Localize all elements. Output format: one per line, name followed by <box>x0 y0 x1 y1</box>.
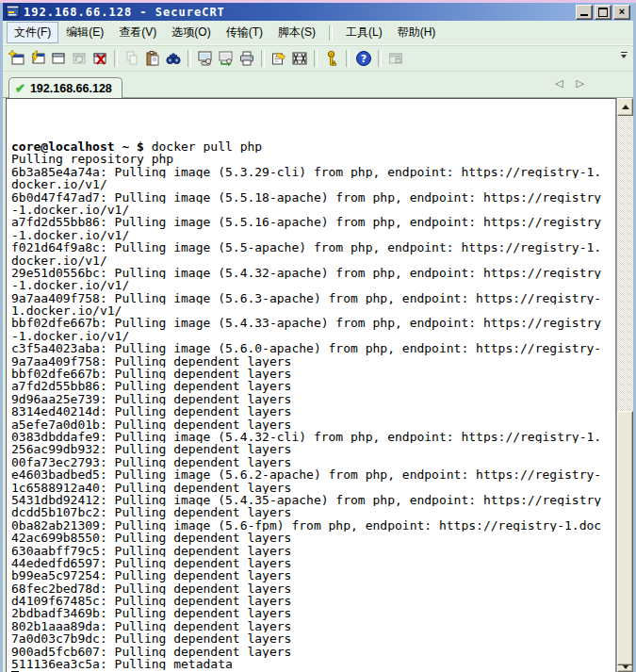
toolbar-overflow-icon <box>621 52 628 53</box>
copy-button[interactable] <box>122 48 142 69</box>
terminal-line: 00fa73ec2793: Pulling dependent layers <box>11 456 612 468</box>
menu-tools[interactable]: 工具(L) <box>338 22 390 43</box>
terminal-screen[interactable]: core@localhost ~ $ docker pull php Pulli… <box>6 98 616 672</box>
maximize-button[interactable] <box>595 5 612 20</box>
terminal-line: a5efe7a0d01b: Pulling dependent layers <box>11 418 612 431</box>
terminal-line: -1.docker.io/v1/ <box>11 229 612 241</box>
tab-scroll-arrows: ◁ ▷ <box>555 77 584 90</box>
toolbar: ? <box>3 45 633 72</box>
terminal-line: c3f5a4023aba: Pulling image (5.6.0-apach… <box>11 342 612 354</box>
help-button[interactable]: ? <box>353 48 374 69</box>
paste-button[interactable] <box>142 48 163 69</box>
terminal-line: 9d96aa25e739: Pulling dependent layers <box>11 393 612 405</box>
terminal-line: 68fec2bed78d: Pulling dependent layers <box>11 582 612 595</box>
terminal-line: -1.docker.io/v1/ <box>11 204 612 216</box>
securecrt-window: 192.168.66.128 - SecureCRT × 文件(F) 编辑(E)… <box>0 3 636 672</box>
lock-session-button[interactable] <box>385 48 406 69</box>
menu-view[interactable]: 查看(V) <box>111 22 164 43</box>
terminal-line: 630aabff79c5: Pulling dependent layers <box>11 545 612 557</box>
app-icon <box>6 5 21 19</box>
connect-icon <box>29 50 46 67</box>
reconnect-icon <box>71 50 88 67</box>
terminal-line: 9a7aa409f758: Pulling dependent layers <box>11 355 612 368</box>
toolbar-separator <box>261 50 265 67</box>
toolbar-separator <box>346 50 350 67</box>
terminal-line: 8314ed40214d: Pulling dependent layers <box>11 405 612 418</box>
minimize-icon <box>580 14 588 16</box>
shell-prompt: core@localhost ~ $ <box>11 140 152 153</box>
find-button[interactable] <box>163 48 184 69</box>
close-icon: × <box>619 7 625 17</box>
print-icon <box>238 50 255 67</box>
terminal-line: 7a0d03c7b9dc: Pulling dependent layers <box>11 632 612 645</box>
terminal-line: 900ad5fcb607: Pulling dependent layers <box>11 646 612 658</box>
terminal-line: 1c6588912a40: Pulling dependent layers <box>11 482 612 494</box>
paste-icon <box>144 50 161 67</box>
terminal-line: 44ededfd6597: Pulling dependent layers <box>11 557 612 569</box>
tab-scroll-right-button[interactable]: ▷ <box>577 77 584 90</box>
minimize-button[interactable] <box>576 5 593 20</box>
quick-connect-button[interactable] <box>7 48 27 69</box>
terminal-line: d4109f67485c: Pulling dependent layers <box>11 595 612 607</box>
scrollbar-track[interactable] <box>617 116 633 662</box>
terminal-line: 0383dbddafe9: Pulling image (5.4.32-cli)… <box>11 431 612 443</box>
terminal-output: Pulling repository php6b3a85e4a74a: Pull… <box>11 153 612 670</box>
vertical-scrollbar[interactable] <box>616 98 633 672</box>
menu-options[interactable]: 选项(O) <box>164 22 218 43</box>
find-icon <box>165 50 182 67</box>
terminal-line: docker.io/v1/ <box>11 178 612 190</box>
terminal-line: -1.docker.io/v1/ <box>11 330 612 342</box>
terminal-line: Pulling repository php <box>11 153 612 165</box>
menu-file[interactable]: 文件(F) <box>7 22 58 43</box>
tab-label: 192.168.66.128 <box>30 82 112 95</box>
connect-button[interactable] <box>27 48 48 69</box>
arrow-up-icon <box>622 105 629 109</box>
terminal-line: 511136ea3c5a: Pulling metadata <box>11 658 612 670</box>
session-options-icon <box>270 50 287 67</box>
keymap-button[interactable] <box>289 48 310 69</box>
copy-icon <box>123 50 140 67</box>
maximize-icon <box>598 8 608 17</box>
terminal-line: 0ba82ab21309: Pulling image (5.6-fpm) fr… <box>11 519 612 532</box>
key-agent-button[interactable] <box>321 48 342 69</box>
terminal-line: 42ac699b8550: Pulling dependent layers <box>11 532 612 544</box>
menu-help[interactable]: 帮助(H) <box>390 22 444 43</box>
menu-edit[interactable]: 编辑(E) <box>58 22 111 43</box>
terminal-line: 6b3a85e4a74a: Pulling image (5.3.29-cli)… <box>11 166 612 178</box>
toolbar-overflow-button[interactable] <box>619 52 628 58</box>
close-button[interactable]: × <box>613 5 630 20</box>
reconnect-button[interactable] <box>69 48 90 69</box>
svg-text:?: ? <box>361 53 367 65</box>
key-agent-icon <box>323 50 340 67</box>
terminal-line: 802b1aaa89da: Pulling dependent layers <box>11 620 612 632</box>
print-button[interactable] <box>236 48 257 69</box>
quick-connect-icon <box>8 50 25 67</box>
menu-script[interactable]: 脚本(S) <box>270 22 323 43</box>
scroll-up-button[interactable] <box>617 98 633 116</box>
session-options-button[interactable] <box>269 48 289 69</box>
scrollbar-thumb[interactable] <box>617 411 633 665</box>
prompt-line: core@localhost ~ $ docker pull php <box>11 140 612 153</box>
session-tab-button[interactable] <box>195 48 216 69</box>
clone-session-button[interactable] <box>216 48 236 69</box>
new-session-icon <box>50 50 67 67</box>
title-bar[interactable]: 192.168.66.128 - SecureCRT × <box>3 3 633 21</box>
session-tab-icon <box>197 50 214 67</box>
clone-session-icon <box>218 50 235 67</box>
terminal-line: docker.io/v1/ <box>11 254 612 267</box>
terminal-line: 6b0d47f47ad7: Pulling image (5.5.18-apac… <box>11 191 612 204</box>
session-tab-192-168-66-128[interactable]: ✔ 192.168.66.128 <box>8 77 122 98</box>
terminal-line: 29e51d0556bc: Pulling image (5.4.32-apac… <box>11 267 612 279</box>
menu-transfer[interactable]: 传输(T) <box>219 22 270 43</box>
terminal-line: -1.docker.io/v1/ <box>11 279 612 291</box>
tab-scroll-left-button[interactable]: ◁ <box>555 77 563 90</box>
terminal-line: dcdd5b107bc2: Pulling dependent layers <box>11 506 612 518</box>
shell-command: docker pull php <box>152 140 262 153</box>
terminal-line: bbf02dfe667b: Pulling dependent layers <box>11 368 612 380</box>
toolbar-separator <box>188 50 191 67</box>
disconnect-button[interactable] <box>90 48 110 69</box>
help-icon: ? <box>355 50 372 67</box>
terminal-area: core@localhost ~ $ docker pull php Pulli… <box>3 98 633 672</box>
new-session-button[interactable] <box>48 48 69 69</box>
terminal-line: f021d64f9a8c: Pulling image (5.5-apache)… <box>11 241 612 254</box>
